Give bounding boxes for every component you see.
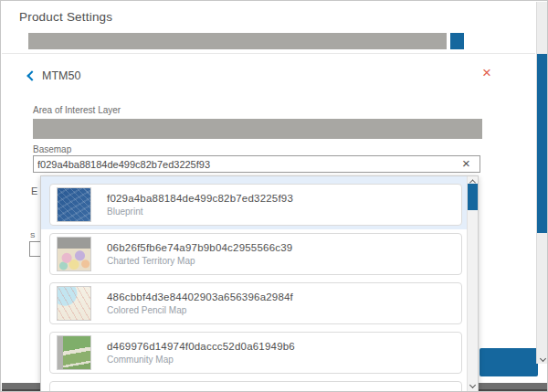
- basemap-item-id: 486cbbf4d3e84402903a656396a2984f: [107, 291, 293, 302]
- basemap-item-id: d469976d14974f0daccc52d0a61949b6: [107, 341, 295, 352]
- dropdown-row[interactable]: 486cbbf4d3e84402903a656396a2984f Colored…: [41, 275, 467, 324]
- chevron-left-icon: [26, 70, 37, 80]
- aoi-input-redacted[interactable]: [33, 119, 482, 139]
- product-settings-window: Product Settings MTM50 × Area of Interes…: [0, 0, 548, 392]
- basemap-item-name: Colored Pencil Map: [107, 305, 293, 315]
- page-scrollbar[interactable]: [536, 2, 548, 364]
- basemap-dropdown-panel: f029a4ba88184de499c82b7ed3225f93 Bluepri…: [40, 175, 479, 392]
- basemap-thumbnail: [57, 286, 91, 321]
- basemap-option-card[interactable]: d469976d14974f0daccc52d0a61949b6 Communi…: [49, 332, 462, 374]
- header-placeholder-bar: [28, 33, 447, 49]
- basemap-option-card[interactable]: f029a4ba88184de499c82b7ed3225f93 Bluepri…: [49, 184, 462, 226]
- basemap-field-label: Basemap: [33, 144, 71, 154]
- basemap-item-name: Community Map: [107, 355, 295, 365]
- dropdown-row[interactable]: d469976d14974f0daccc52d0a61949b6 Communi…: [41, 324, 467, 374]
- page-title: Product Settings: [19, 10, 112, 24]
- obscured-label-s: S: [30, 231, 35, 239]
- dropdown-scrollbar-thumb[interactable]: [468, 184, 478, 210]
- list-item-partial[interactable]: [41, 374, 467, 392]
- header-blue-handle[interactable]: [450, 33, 464, 49]
- basemap-item-id: f029a4ba88184de499c82b7ed3225f93: [107, 193, 293, 204]
- divider: [2, 53, 535, 54]
- scroll-down-icon[interactable]: [468, 380, 478, 389]
- page-scrollbar-thumb[interactable]: [537, 54, 548, 233]
- clear-input-icon[interactable]: ×: [462, 155, 470, 172]
- dropdown-row[interactable]: 06b26f5fb6e74a97b9b04c2955566c39 Charted…: [41, 226, 467, 275]
- back-button[interactable]: MTM50: [28, 69, 80, 82]
- close-icon[interactable]: ×: [482, 65, 491, 80]
- basemap-thumbnail: [57, 187, 91, 222]
- basemap-input[interactable]: [33, 155, 480, 173]
- basemap-option-card[interactable]: 486cbbf4d3e84402903a656396a2984f Colored…: [49, 282, 462, 324]
- basemap-option-card[interactable]: 06b26f5fb6e74a97b9b04c2955566c39 Charted…: [49, 233, 462, 275]
- basemap-item-name: Blueprint: [107, 207, 293, 217]
- obscured-label-e: E: [31, 185, 37, 196]
- basemap-item-name: Charted Territory Map: [107, 256, 292, 266]
- confirm-button[interactable]: [480, 348, 538, 376]
- basemap-thumbnail: [57, 335, 91, 370]
- basemap-item-id: 06b26f5fb6e74a97b9b04c2955566c39: [107, 242, 292, 253]
- back-button-label: MTM50: [42, 69, 80, 82]
- dropdown-scrollbar[interactable]: [467, 176, 478, 392]
- aoi-field-label: Area of Interest Layer: [33, 105, 121, 115]
- basemap-dropdown-list: f029a4ba88184de499c82b7ed3225f93 Bluepri…: [41, 176, 467, 392]
- page-scroll-down-icon[interactable]: [537, 356, 548, 361]
- dropdown-row[interactable]: f029a4ba88184de499c82b7ed3225f93 Bluepri…: [41, 176, 467, 229]
- basemap-thumbnail: [57, 237, 91, 271]
